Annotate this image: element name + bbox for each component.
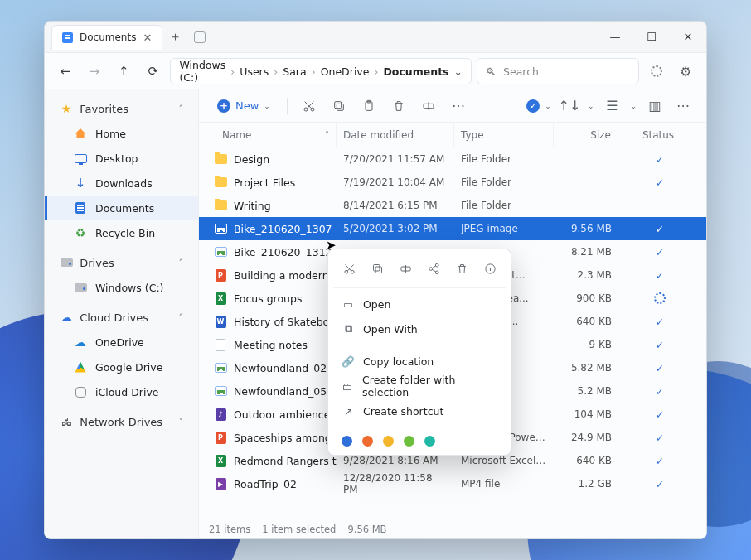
loading-icon bbox=[644, 59, 668, 84]
file-row[interactable]: ▶RoadTrip_0212/28/2020 11:58 PMMP4 file1… bbox=[199, 472, 706, 495]
color-tag[interactable] bbox=[362, 436, 373, 447]
file-row[interactable]: Design7/20/2021 11:57 AMFile Folder✓ bbox=[199, 147, 706, 171]
col-type[interactable]: Type bbox=[454, 123, 554, 147]
file-name: History of Skateboards bbox=[234, 316, 337, 328]
crumb-1[interactable]: Users bbox=[240, 65, 269, 78]
tab-documents[interactable]: Documents ✕ bbox=[51, 25, 162, 50]
file-row[interactable]: Project Files7/19/2021 10:04 AMFile Fold… bbox=[199, 171, 706, 194]
col-date[interactable]: Date modified bbox=[337, 123, 454, 147]
file-date: 5/20/2021 3:02 PM bbox=[337, 223, 454, 234]
sidebar-section-cloud[interactable]: ☁ Cloud Drives ˄ bbox=[45, 305, 198, 330]
cut-button[interactable] bbox=[296, 94, 322, 118]
sidebar-item-downloads[interactable]: ↓Downloads bbox=[45, 171, 198, 196]
file-icon bbox=[214, 152, 227, 166]
file-name: Newfoundland_02 bbox=[234, 362, 327, 374]
chevron-down-icon[interactable]: ⌄ bbox=[630, 102, 637, 110]
sidebar-item-home[interactable]: Home bbox=[45, 121, 198, 146]
file-size: 900 KB bbox=[554, 292, 618, 304]
minimize-button[interactable]: — bbox=[597, 22, 633, 53]
crumb-dropdown-icon[interactable]: ⌄ bbox=[454, 65, 463, 78]
col-size[interactable]: Size bbox=[554, 123, 618, 147]
rename-button[interactable] bbox=[415, 94, 442, 118]
star-icon: ★ bbox=[60, 102, 73, 115]
new-label: New bbox=[235, 99, 259, 112]
file-name: Focus groups bbox=[234, 292, 303, 305]
ctx-share-icon[interactable] bbox=[423, 258, 444, 279]
close-tab-icon[interactable]: ✕ bbox=[143, 31, 152, 44]
sidebar-item-gdrive[interactable]: Google Drive bbox=[45, 355, 198, 379]
file-status: ✓ bbox=[618, 362, 701, 374]
open-with-icon: ⧉ bbox=[342, 322, 355, 336]
breadcrumb[interactable]: Windows (C:)› Users› Sara› OneDrive› Doc… bbox=[170, 58, 472, 84]
crumb-2[interactable]: Sara bbox=[283, 65, 306, 78]
sidebar-section-favorites[interactable]: ★ Favorites ˄ bbox=[45, 96, 198, 121]
file-row[interactable]: Bike_210620_13075/20/2021 3:02 PMJPEG im… bbox=[199, 217, 706, 240]
sidebar-item-icloud[interactable]: iCloud Drive bbox=[45, 379, 198, 404]
up-button[interactable]: ↑ bbox=[112, 59, 136, 84]
sidebar-item-documents[interactable]: Documents bbox=[45, 196, 198, 220]
ctx-copy-icon[interactable] bbox=[366, 258, 388, 279]
sidebar-item-desktop[interactable]: Desktop bbox=[45, 146, 198, 171]
ctx-copy-location[interactable]: 🔗Copy location bbox=[333, 349, 506, 374]
sidebar-item-onedrive[interactable]: ☁OneDrive bbox=[45, 330, 198, 355]
search-input[interactable]: 🔍︎ Search bbox=[477, 58, 639, 84]
ctx-create-shortcut[interactable]: ↗Create shortcut bbox=[333, 398, 506, 423]
chevron-down-icon[interactable]: ⌄ bbox=[588, 102, 594, 110]
col-name[interactable]: Name˄ bbox=[199, 123, 337, 147]
ctx-open-with[interactable]: ⧉Open With bbox=[333, 316, 506, 341]
ctx-cut-icon[interactable] bbox=[338, 258, 360, 279]
sort-button[interactable]: ↑↓ bbox=[556, 94, 583, 118]
ctx-rename-icon[interactable] bbox=[395, 258, 416, 279]
file-date: 12/28/2020 11:58 PM bbox=[337, 472, 454, 495]
color-tag[interactable] bbox=[424, 436, 435, 447]
file-type: JPEG image bbox=[454, 223, 554, 234]
file-size: 640 KB bbox=[554, 316, 618, 327]
drives-label: Drives bbox=[80, 257, 114, 269]
tab-overview-button[interactable] bbox=[194, 31, 206, 43]
ctx-info-icon[interactable] bbox=[479, 258, 501, 279]
crumb-4[interactable]: Documents bbox=[383, 65, 448, 78]
sidebar-section-network[interactable]: 🖧 Network Drives ˅ bbox=[45, 409, 198, 434]
crumb-0[interactable]: Windows (C:) bbox=[179, 59, 225, 84]
sidebar-section-drives[interactable]: Drives ˄ bbox=[45, 250, 198, 275]
paste-button[interactable] bbox=[356, 94, 382, 118]
file-size: 9 KB bbox=[554, 339, 618, 350]
ctx-create-folder[interactable]: 🗀Create folder with selection bbox=[333, 374, 506, 398]
file-date: 9/28/2021 8:16 AM bbox=[337, 455, 454, 466]
file-name: Writing bbox=[234, 200, 271, 212]
crumb-3[interactable]: OneDrive bbox=[321, 65, 370, 78]
more-button[interactable]: ⋯ bbox=[445, 94, 472, 118]
sidebar-item-recycle[interactable]: ♻Recycle Bin bbox=[45, 220, 198, 245]
color-tag[interactable] bbox=[342, 436, 352, 447]
color-tag[interactable] bbox=[383, 436, 394, 447]
color-tag[interactable] bbox=[404, 436, 414, 447]
back-button[interactable]: ← bbox=[53, 59, 77, 84]
ctx-delete-icon[interactable] bbox=[451, 258, 472, 279]
new-tab-button[interactable]: ＋ bbox=[162, 25, 187, 50]
icloud-icon bbox=[75, 387, 86, 398]
sync-status-icon[interactable]: ✓ bbox=[526, 99, 540, 113]
ctx-open[interactable]: ▭Open bbox=[333, 292, 506, 316]
gdrive-icon bbox=[75, 362, 86, 373]
forward-button[interactable]: → bbox=[82, 59, 106, 84]
delete-button[interactable] bbox=[385, 94, 412, 118]
col-status[interactable]: Status bbox=[618, 123, 698, 147]
sidebar-item-winc[interactable]: Windows (C:) bbox=[45, 275, 198, 300]
chevron-down-icon[interactable]: ⌄ bbox=[545, 102, 551, 110]
maximize-button[interactable]: ☐ bbox=[633, 22, 670, 53]
file-status: ✓ bbox=[618, 432, 701, 444]
file-row[interactable]: Writing8/14/2021 6:15 PMFile Folder bbox=[199, 194, 706, 217]
copy-button[interactable] bbox=[326, 94, 352, 118]
overflow-button[interactable]: ⋯ bbox=[670, 94, 696, 118]
svg-point-0 bbox=[304, 108, 308, 111]
file-status: ✓ bbox=[618, 316, 701, 328]
close-button[interactable]: ✕ bbox=[670, 22, 706, 53]
shortcut-icon: ↗ bbox=[342, 404, 355, 418]
folder-plus-icon: 🗀 bbox=[342, 379, 354, 393]
view-button[interactable]: ☰ bbox=[598, 94, 625, 118]
new-button[interactable]: + New ⌄ bbox=[209, 94, 279, 118]
settings-icon[interactable]: ⚙ bbox=[674, 59, 698, 84]
svg-rect-3 bbox=[335, 101, 342, 108]
refresh-button[interactable]: ⟳ bbox=[141, 59, 165, 84]
layout-button[interactable]: ▥ bbox=[642, 94, 668, 118]
